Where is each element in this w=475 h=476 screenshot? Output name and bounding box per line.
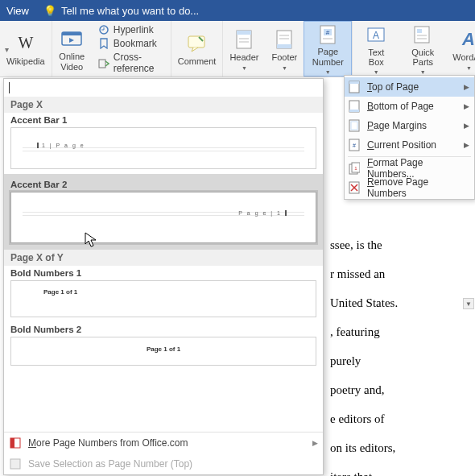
submenu-arrow-icon: ▶ <box>312 439 318 447</box>
hyperlink-icon <box>98 24 109 35</box>
gallery-item-bold-numbers-1[interactable]: Page 1 of 1 <box>10 280 316 317</box>
bookmark-button[interactable]: Bookmark <box>97 37 166 50</box>
doc-line: r missed an <box>330 259 475 288</box>
wordart-button[interactable]: A WordArt▼ <box>446 21 475 77</box>
gallery-item-label: Bold Numbers 1 <box>4 266 323 279</box>
svg-rect-6 <box>188 36 204 48</box>
svg-rect-5 <box>99 60 105 68</box>
save-selection-icon <box>9 457 22 470</box>
page-number-button[interactable]: # Page Number▼ <box>304 21 352 77</box>
submenu-arrow-icon: ▶ <box>464 83 469 91</box>
svg-rect-27 <box>349 81 359 84</box>
svg-rect-2 <box>62 32 81 35</box>
bookmark-icon <box>98 38 109 49</box>
gallery-scroll-down[interactable]: ▼ <box>463 298 474 309</box>
svg-text:A: A <box>373 30 379 41</box>
gallery-category: Page X <box>4 97 323 113</box>
doc-line: poetry and, <box>330 375 475 404</box>
svg-text:A: A <box>461 30 475 49</box>
doc-line: United States. <box>330 288 475 317</box>
online-video-button[interactable]: Online Video <box>52 21 92 77</box>
doc-line: e editors of <box>330 404 475 433</box>
menu-current-position[interactable]: # Current Position ▶ <box>345 135 474 155</box>
svg-rect-39 <box>10 438 14 448</box>
page-number-icon: # <box>316 24 339 45</box>
ribbon: ▾ W Wikipedia Online Video Hyperlink Boo… <box>0 21 475 77</box>
ribbon-overflow-left[interactable]: ▾ <box>5 45 9 54</box>
hyperlink-button[interactable]: Hyperlink <box>97 23 166 36</box>
wikipedia-icon: W <box>14 32 37 55</box>
office-icon <box>9 437 22 449</box>
doc-line: , featuring <box>330 317 475 346</box>
quick-parts-button[interactable]: Quick Parts▼ <box>399 21 446 77</box>
margins-icon <box>348 119 361 132</box>
svg-marker-3 <box>69 38 74 43</box>
menu-top-of-page[interactable]: Top of Page ▶ <box>345 77 474 97</box>
svg-rect-22 <box>417 29 422 33</box>
remove-icon <box>348 181 361 194</box>
svg-rect-40 <box>10 459 20 469</box>
quick-parts-icon <box>411 24 434 46</box>
tell-me[interactable]: 💡 Tell me what you want to do... <box>43 5 199 17</box>
lightbulb-icon: 💡 <box>43 5 56 17</box>
menu-remove-page-numbers[interactable]: Remove Page Numbers <box>345 178 474 197</box>
footer-button[interactable]: Footer▼ <box>265 21 304 77</box>
tell-me-text: Tell me what you want to do... <box>61 5 199 17</box>
svg-rect-29 <box>349 110 359 112</box>
title-bar: View 💡 Tell me what you want to do... <box>0 0 475 21</box>
bottom-page-icon <box>348 100 361 113</box>
header-button[interactable]: Header▼ <box>223 21 265 77</box>
gallery-category: Page X of Y <box>4 250 323 266</box>
gallery-item-bold-numbers-2[interactable]: Page 1 of 1 <box>10 337 316 366</box>
svg-rect-8 <box>237 31 251 35</box>
gallery-item-label: Bold Numbers 2 <box>4 322 323 335</box>
current-pos-icon: # <box>348 139 361 151</box>
submenu-arrow-icon: ▶ <box>464 122 469 130</box>
gallery-save-selection: Save Selection as Page Number (Top) <box>4 453 323 474</box>
menu-page-margins[interactable]: Page Margins ▶ <box>345 116 474 135</box>
text-box-icon: A <box>365 24 387 46</box>
cross-reference-button[interactable]: Cross-reference <box>97 51 166 75</box>
svg-text:W: W <box>18 35 33 52</box>
doc-line: purely <box>330 346 475 375</box>
gallery-more-office[interactable]: More Page Numbers from Office.com ▶ <box>4 433 323 453</box>
text-box-button[interactable]: A Text Box▼ <box>353 21 399 77</box>
menu-format-page-numbers[interactable]: 1 Format Page Numbers... <box>345 159 474 178</box>
gallery-item-label: Accent Bar 2 <box>4 177 323 190</box>
video-icon <box>60 27 83 50</box>
page-number-menu: Top of Page ▶ Bottom of Page ▶ Page Marg… <box>344 75 475 200</box>
svg-rect-12 <box>277 44 291 48</box>
gallery-item-accent-bar-2[interactable]: Accent Bar 2 P a g e | 1 <box>4 174 323 250</box>
doc-line: ssee, is the <box>330 230 475 259</box>
header-icon <box>233 28 255 51</box>
view-tab[interactable]: View <box>6 5 29 17</box>
footer-icon <box>273 28 295 51</box>
comment-icon <box>186 32 209 55</box>
gallery-item-label: Accent Bar 1 <box>4 113 323 126</box>
svg-text:#: # <box>326 29 330 36</box>
wordart-icon: A <box>457 28 475 51</box>
svg-text:#: # <box>353 143 356 148</box>
page-number-gallery: Page X Accent Bar 1 1 | P a g e Accent B… <box>3 78 324 475</box>
doc-line: on its editors, <box>330 433 475 462</box>
menu-bottom-of-page[interactable]: Bottom of Page ▶ <box>345 97 474 116</box>
gallery-search[interactable] <box>4 79 323 97</box>
format-icon: 1 <box>348 162 361 175</box>
doc-line: iters that <box>330 462 475 476</box>
crossref-icon <box>98 57 109 68</box>
submenu-arrow-icon: ▶ <box>464 141 469 149</box>
top-page-icon <box>348 81 361 93</box>
submenu-arrow-icon: ▶ <box>464 102 469 110</box>
comment-button[interactable]: Comment <box>171 21 223 77</box>
gallery-item-accent-bar-1[interactable]: 1 | P a g e <box>10 127 316 169</box>
